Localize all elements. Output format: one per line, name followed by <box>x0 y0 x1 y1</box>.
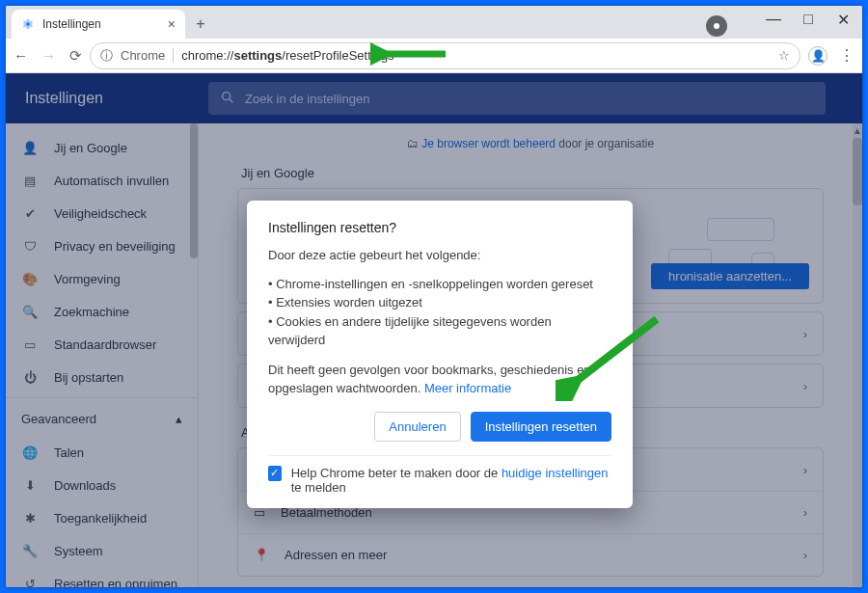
site-info-icon[interactable]: ⓘ <box>100 47 113 65</box>
cancel-button[interactable]: Annuleren <box>374 412 460 442</box>
kebab-menu-icon[interactable]: ⋮ <box>839 46 854 65</box>
tab-title: Instellingen <box>42 17 101 31</box>
svg-line-4 <box>573 319 657 384</box>
gear-icon <box>21 17 35 31</box>
dialog-bullet: Chrome-instellingen en -snelkoppelingen … <box>268 275 611 294</box>
more-info-link[interactable]: Meer informatie <box>424 381 511 395</box>
window-titlebar: Instellingen × + — □ ✕ <box>6 6 862 39</box>
camera-dot-icon <box>706 15 727 37</box>
dialog-bullet: Extensies worden uitgezet <box>268 293 611 312</box>
dialog-footer-text: Help Chrome beter te maken door de huidi… <box>291 466 611 495</box>
browser-tab[interactable]: Instellingen × <box>12 10 185 39</box>
reset-settings-button[interactable]: Instellingen resetten <box>471 412 611 442</box>
current-settings-link[interactable]: huidige instellingen <box>502 466 609 480</box>
profile-avatar-icon[interactable]: 👤 <box>808 46 827 66</box>
dialog-intro: Door deze actie gebeurt het volgende: <box>268 247 611 265</box>
reload-button[interactable]: ⟳ <box>69 47 82 65</box>
back-button[interactable]: ← <box>14 47 28 65</box>
forward-button[interactable]: → <box>41 47 56 65</box>
window-minimize-button[interactable]: — <box>756 6 791 33</box>
annotation-arrow-icon <box>370 40 448 68</box>
window-close-button[interactable]: ✕ <box>826 6 860 33</box>
url-text: chrome://settings/resetProfileSettings <box>181 48 393 63</box>
report-checkbox[interactable]: ✓ <box>268 466 282 481</box>
annotation-arrow-icon <box>556 314 662 401</box>
url-origin-label: Chrome <box>121 48 174 63</box>
tab-close-icon[interactable]: × <box>168 16 176 32</box>
dialog-title: Instellingen resetten? <box>268 220 611 235</box>
newtab-button[interactable]: + <box>189 13 212 36</box>
bookmark-star-icon[interactable]: ☆ <box>778 48 790 63</box>
window-maximize-button[interactable]: □ <box>791 6 826 33</box>
